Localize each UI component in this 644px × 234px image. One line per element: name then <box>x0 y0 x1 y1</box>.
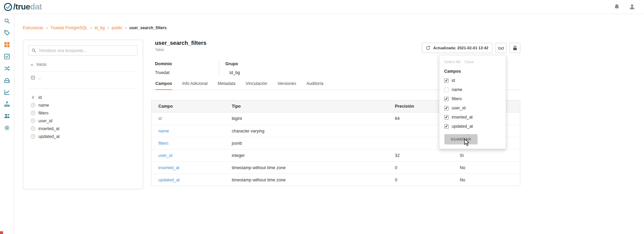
top-bar: /truedat <box>0 0 644 14</box>
breadcrumb-separator: > <box>90 26 92 30</box>
save-button[interactable]: GUARDAR <box>445 134 477 144</box>
breadcrumb-item-estructuras[interactable]: Estructuras <box>23 25 43 30</box>
list-item-name[interactable]: ? name <box>28 101 138 109</box>
field-link[interactable]: id <box>152 116 232 121</box>
search-icon[interactable] <box>4 18 10 24</box>
breadcrumb-separator: > <box>107 26 109 30</box>
sitemap-icon[interactable] <box>4 101 10 107</box>
list-item-inserted-at[interactable]: ? inserted_at <box>28 125 138 132</box>
tab-info-adicional[interactable]: Info Adicional <box>182 81 207 90</box>
column-selector-button[interactable] <box>495 43 506 53</box>
list-item-user-id[interactable]: ? user_id <box>28 117 138 125</box>
lock-button[interactable] <box>509 43 520 53</box>
refresh-button[interactable]: Actualizada: 2021-02-01 13:42 <box>422 43 492 53</box>
domain-block: Dominio Truedat <box>151 61 219 75</box>
search-input[interactable] <box>28 45 138 56</box>
truedat-logo-icon <box>3 2 13 12</box>
tab-auditoria[interactable]: Auditoría <box>306 81 323 90</box>
checkbox[interactable]: ✓ <box>444 106 449 110</box>
tab-metadata[interactable]: Metadata <box>218 81 236 90</box>
field-precision: 32 <box>395 153 460 158</box>
parent-folder-link[interactable]: .. <box>28 72 138 84</box>
checkbox-option-id[interactable]: ✓ id <box>444 78 501 83</box>
question-circle-icon: ? <box>31 126 35 131</box>
question-circle-icon: ? <box>31 111 35 115</box>
field-label: name <box>38 103 49 108</box>
field-nullable: Sí <box>460 153 520 158</box>
breadcrumb-separator: > <box>125 26 127 30</box>
list-item-updated-at[interactable]: ? updated_at <box>28 132 138 140</box>
checkbox[interactable]: ✓ <box>444 97 449 101</box>
bell-icon[interactable] <box>614 4 620 10</box>
field-label: filters <box>38 111 49 115</box>
checkbox-option-name[interactable]: name <box>444 87 501 92</box>
updated-label: Actualizada: 2021-02-01 13:42 <box>433 46 488 50</box>
field-link[interactable]: name <box>152 129 232 133</box>
sidebar <box>0 14 14 234</box>
parent-folder-label: .. <box>38 75 41 80</box>
users-icon[interactable] <box>4 113 10 119</box>
checkbox-option-inserted-at[interactable]: ✓ inserted_at <box>444 115 501 120</box>
col-header-campo: Campo <box>152 104 232 109</box>
clear-link[interactable]: Clear <box>465 60 474 64</box>
user-icon[interactable] <box>629 4 635 10</box>
structure-explorer-panel: « Inicio .. # id ? name ? filters ? us <box>23 40 143 189</box>
explorer-search <box>28 45 138 56</box>
chart-icon[interactable] <box>4 89 10 95</box>
refresh-icon <box>426 46 431 50</box>
checkbox-option-user-id[interactable]: ✓ user_id <box>444 106 501 110</box>
field-type: character varying <box>232 129 395 133</box>
table-row: inserted_at timestamp without time zone … <box>152 161 520 174</box>
field-type: timestamp without time zone <box>232 178 395 182</box>
tag-icon[interactable] <box>4 30 10 36</box>
check-square-icon[interactable] <box>4 54 10 59</box>
home-label: Inicio <box>36 62 46 67</box>
checkbox[interactable]: ✓ <box>444 78 449 83</box>
shuffle-icon[interactable] <box>4 66 10 71</box>
field-type: jsonb <box>232 141 395 146</box>
group-value: td_bg <box>225 70 240 75</box>
checkbox-label: name <box>452 87 462 92</box>
breadcrumb-item-system[interactable]: Truedat PostgreSQL <box>50 25 88 30</box>
dropdown-section-label: Campos <box>444 69 501 74</box>
breadcrumb-item-database[interactable]: td_bg <box>94 25 105 30</box>
checkbox-option-filters[interactable]: ✓ filters <box>444 96 501 101</box>
field-link[interactable]: user_id <box>152 153 232 158</box>
tab-versiones[interactable]: Versiones <box>278 81 296 90</box>
checkbox[interactable] <box>444 88 449 92</box>
tab-campos[interactable]: Campos <box>155 81 172 90</box>
header-icons <box>614 4 635 10</box>
group-label: Grupo <box>225 61 240 66</box>
field-link[interactable]: filters <box>152 141 232 146</box>
tab-vinculacion[interactable]: Vinculación <box>246 81 267 90</box>
select-all-link[interactable]: Select All <box>444 60 460 64</box>
list-item-id[interactable]: # id <box>28 93 138 101</box>
field-link[interactable]: updated_at <box>152 178 232 182</box>
page-title: user_search_filters <box>155 40 206 46</box>
field-label: user_id <box>38 119 52 123</box>
breadcrumb-item-schema[interactable]: public <box>112 25 122 30</box>
checkbox-label: inserted_at <box>452 115 473 120</box>
list-item-filters[interactable]: ? filters <box>28 109 138 117</box>
checkbox-option-updated-at[interactable]: ✓ updated_at <box>444 124 501 129</box>
grid-icon[interactable] <box>4 42 10 48</box>
dropdown-actions: Select All Clear <box>444 60 501 64</box>
hash-icon: # <box>31 95 35 100</box>
checkbox-label: user_id <box>452 106 466 110</box>
field-type: integer <box>232 153 395 158</box>
logo-secondary: dat <box>30 2 42 11</box>
home-link[interactable]: « Inicio <box>28 62 138 67</box>
actions: Actualizada: 2021-02-01 13:42 <box>422 43 520 53</box>
glasses-icon <box>498 45 504 51</box>
field-link[interactable]: inserted_at <box>152 165 232 170</box>
logo-text: /truedat <box>13 3 42 11</box>
logo[interactable]: /truedat <box>3 2 42 12</box>
question-circle-icon: ? <box>31 134 35 139</box>
checkbox[interactable]: ✓ <box>444 115 449 120</box>
checkbox[interactable]: ✓ <box>444 124 449 129</box>
breadcrumb: Estructuras > Truedat PostgreSQL > td_bg… <box>23 25 167 30</box>
database-icon <box>31 75 35 80</box>
gear-icon[interactable] <box>4 125 10 131</box>
drive-icon[interactable] <box>4 77 10 83</box>
domain-label: Dominio <box>155 61 219 66</box>
